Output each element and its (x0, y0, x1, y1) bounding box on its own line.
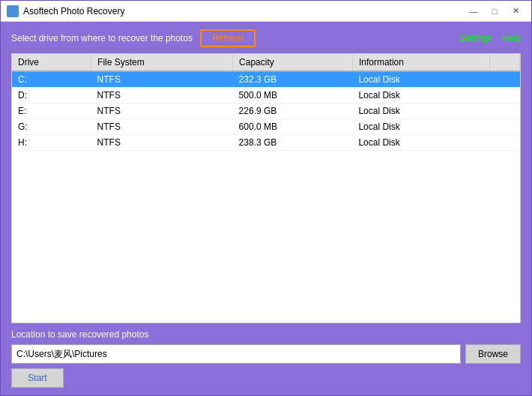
drives-table: Drive File System Capacity Information C… (12, 54, 520, 151)
maximize-button[interactable]: □ (485, 4, 504, 19)
drives-table-container: Drive File System Capacity Information C… (11, 53, 521, 323)
table-header-row: Drive File System Capacity Information (12, 54, 520, 71)
top-bar: Select drive from where to recover the p… (11, 29, 521, 47)
save-row: Browse (11, 344, 521, 364)
col-header-filesystem: File System (91, 54, 233, 71)
start-button[interactable]: Start (11, 368, 64, 388)
close-button[interactable]: ✕ (506, 4, 525, 19)
help-link[interactable]: Help (502, 33, 521, 44)
table-row[interactable]: D:NTFS500.0 MBLocal Disk (12, 88, 520, 104)
main-window: Asoftech Photo Recovery — □ ✕ Select dri… (0, 0, 532, 396)
top-bar-left: Select drive from where to recover the p… (11, 29, 256, 47)
table-row[interactable]: H:NTFS238.3 GBLocal Disk (12, 135, 520, 151)
col-header-capacity: Capacity (233, 54, 353, 71)
app-icon (7, 5, 19, 17)
titlebar: Asoftech Photo Recovery — □ ✕ (1, 1, 531, 22)
save-location-label: Location to save recovered photos (11, 329, 521, 340)
bottom-section: Location to save recovered photos Browse… (11, 329, 521, 388)
table-row[interactable]: G:NTFS600.0 MBLocal Disk (12, 119, 520, 135)
table-row[interactable]: E:NTFS226.9 GBLocal Disk (12, 104, 520, 119)
titlebar-buttons: — □ ✕ (464, 4, 525, 19)
top-bar-right: Settings Help (459, 33, 521, 44)
select-drive-label: Select drive from where to recover the p… (11, 33, 193, 44)
col-header-drive: Drive (12, 54, 91, 71)
save-path-input[interactable] (11, 344, 461, 364)
window-title: Asoftech Photo Recovery (23, 6, 459, 16)
browse-button[interactable]: Browse (465, 344, 521, 364)
minimize-button[interactable]: — (464, 4, 483, 19)
col-header-information: Information (352, 54, 489, 71)
refresh-button[interactable]: Refresh (200, 29, 256, 47)
table-row[interactable]: C:NTFS232.3 GBLocal Disk (12, 71, 520, 88)
settings-link[interactable]: Settings (459, 33, 492, 44)
col-header-extra (489, 54, 519, 71)
main-content: Select drive from where to recover the p… (1, 22, 531, 395)
